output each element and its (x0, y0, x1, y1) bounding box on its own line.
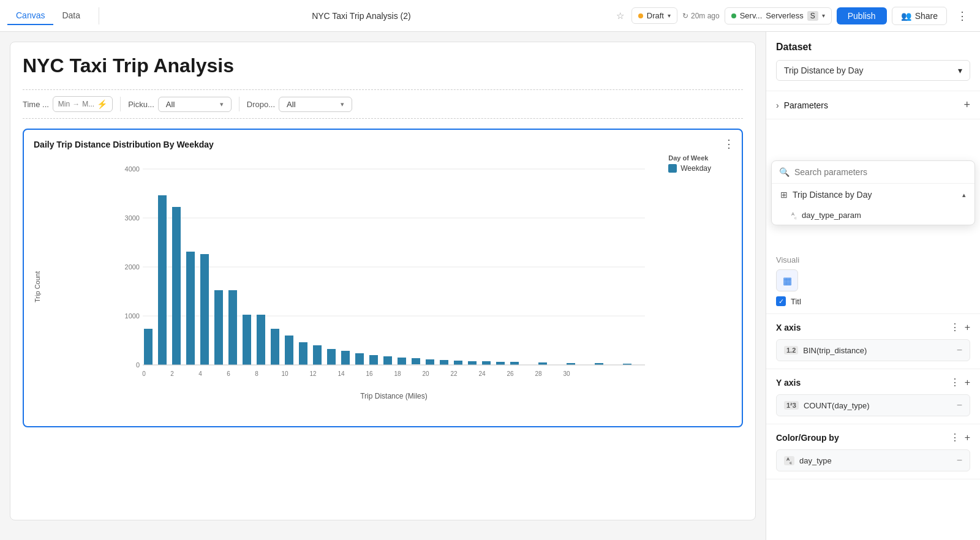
svg-text:0: 0 (136, 361, 140, 369)
serverless-button[interactable]: Serv... Serverless S ▾ (725, 7, 832, 24)
share-icon: 👥 (901, 11, 911, 21)
svg-rect-23 (327, 349, 336, 365)
filter-divider-1 (120, 97, 121, 111)
x-axis-add-button[interactable]: + (965, 322, 970, 333)
svg-text:18: 18 (394, 370, 401, 377)
x-axis-remove-button[interactable]: − (957, 345, 962, 356)
svg-rect-35 (496, 362, 505, 365)
y-axis-remove-button[interactable]: − (957, 400, 962, 411)
share-button[interactable]: 👥 Share (892, 7, 947, 25)
svg-rect-25 (355, 353, 364, 365)
filter-pickup-select[interactable]: All ▾ (158, 97, 232, 112)
title-checkbox[interactable]: ✓ (776, 296, 786, 306)
legend-item: Weekday (668, 164, 711, 173)
svg-rect-13 (186, 252, 195, 365)
topbar-actions: Draft ▾ ↻ 20m ago Serv... Serverless S ▾… (631, 7, 973, 25)
x-axis-more-button[interactable]: ⋮ (950, 321, 960, 333)
svg-rect-26 (369, 355, 378, 365)
svg-text:6: 6 (227, 370, 230, 377)
filter-dropoff-select[interactable]: All ▾ (279, 97, 352, 112)
legend-color-swatch (668, 164, 677, 173)
range-min: Min (58, 100, 70, 108)
y-axis-header: Y axis ⋮ + (776, 377, 970, 388)
vis-label: Visuali (776, 255, 970, 264)
draft-button[interactable]: Draft ▾ (631, 7, 677, 24)
dropdown-sub-item[interactable]: ᴬ꜀ day_type_param (772, 206, 974, 225)
svg-text:28: 28 (535, 370, 542, 377)
range-arrow-icon: → (72, 100, 80, 108)
y-axis-type: 1²3 (784, 401, 799, 410)
params-add-button[interactable]: + (963, 99, 970, 111)
chart-svg: 0 1000 2000 3000 4000 (43, 157, 732, 414)
chart-more-button[interactable]: ⋮ (723, 137, 734, 151)
title-field-label: Titl (791, 297, 801, 306)
svg-text:2000: 2000 (125, 263, 140, 271)
more-options-button[interactable]: ⋮ (952, 7, 973, 25)
chart-legend: Day of Week Weekday (668, 154, 711, 173)
color-group-item: ᴬ꜀ day_type − (776, 449, 970, 471)
y-axis-item: 1²3 COUNT(day_type) − (776, 394, 970, 416)
color-group-actions: ⋮ + (950, 432, 970, 443)
svg-rect-30 (426, 359, 434, 365)
vis-row: ▦ (776, 269, 970, 291)
chevron-down-icon-3: ▾ (220, 100, 224, 108)
svg-rect-16 (228, 290, 237, 365)
color-group-field: day_type (799, 456, 832, 465)
dropdown-trip-distance-item[interactable]: ⊞ Trip Distance by Day ▴ (772, 184, 974, 206)
legend-title: Day of Week (668, 154, 711, 162)
color-group-section: Color/Group by ⋮ + ᴬ꜀ day_type − (766, 424, 980, 479)
color-group-remove-button[interactable]: − (957, 455, 962, 466)
svg-rect-12 (172, 207, 181, 365)
zap-icon: ⚡ (97, 99, 107, 109)
dataset-value: Trip Distance by Day (784, 66, 863, 75)
svg-rect-27 (383, 356, 392, 365)
svg-rect-37 (538, 362, 547, 365)
params-header[interactable]: › Parameters + (766, 91, 980, 119)
search-input[interactable] (794, 167, 967, 177)
canvas-area: NYC Taxi Trip Analysis Time ... Min → M.… (0, 32, 766, 540)
svg-rect-22 (313, 345, 322, 365)
y-axis-add-button[interactable]: + (965, 377, 970, 388)
time-ago: ↻ 20m ago (682, 12, 720, 20)
page-title: NYC Taxi Trip Analysis (23, 54, 743, 77)
filter-time-label: Time ... (23, 100, 49, 109)
star-icon[interactable]: ☆ (616, 10, 624, 21)
serverless-label: Serverless (766, 11, 803, 20)
tab-canvas[interactable]: Canvas (7, 7, 53, 25)
dataset-select[interactable]: Trip Distance by Day ▾ (776, 60, 970, 81)
check-icon: ✓ (778, 298, 784, 306)
main-layout: NYC Taxi Trip Analysis Time ... Min → M.… (0, 32, 980, 540)
chevron-down-icon-4: ▾ (341, 100, 344, 108)
svg-text:30: 30 (563, 370, 570, 377)
y-axis-title: Y axis (776, 378, 801, 388)
y-axis-field: COUNT(day_type) (804, 401, 870, 410)
filter-time-range[interactable]: Min → M... ⚡ (53, 96, 113, 112)
publish-button[interactable]: Publish (837, 7, 887, 24)
chart-type-button[interactable]: ▦ (776, 269, 798, 291)
color-group-more-button[interactable]: ⋮ (950, 432, 960, 443)
svg-rect-31 (440, 360, 448, 365)
chevron-up-icon: ▴ (962, 191, 966, 199)
svg-rect-21 (299, 342, 307, 365)
svg-text:1000: 1000 (125, 312, 140, 320)
search-dropdown: 🔍 ⊞ Trip Distance by Day ▴ ᴬ꜀ day_type_p… (771, 160, 975, 225)
text-type-icon: ᴬ꜀ (791, 211, 797, 220)
color-group-title: Color/Group by (776, 433, 839, 443)
svg-text:8: 8 (255, 370, 258, 377)
svg-text:20: 20 (422, 370, 429, 377)
svg-text:0: 0 (142, 370, 146, 377)
x-axis-actions: ⋮ + (950, 321, 970, 333)
y-axis-section: Y axis ⋮ + 1²3 COUNT(day_type) − (766, 369, 980, 424)
x-axis-field: BIN(trip_distance) (803, 346, 867, 355)
table-icon: ⊞ (780, 190, 788, 200)
svg-rect-20 (285, 336, 293, 365)
y-axis-more-button[interactable]: ⋮ (950, 377, 960, 388)
color-group-add-button[interactable]: + (965, 432, 970, 443)
x-axis-type: 1.2 (784, 346, 798, 354)
y-axis-actions: ⋮ + (950, 377, 970, 388)
filter-row: Time ... Min → M... ⚡ Picku... All ▾ (23, 89, 743, 119)
tab-data[interactable]: Data (53, 7, 89, 25)
dropdown-item-label: Trip Distance by Day (793, 190, 872, 200)
filter-dropoff: Dropo... All ▾ (247, 97, 352, 112)
title-row: ✓ Titl (776, 296, 970, 306)
